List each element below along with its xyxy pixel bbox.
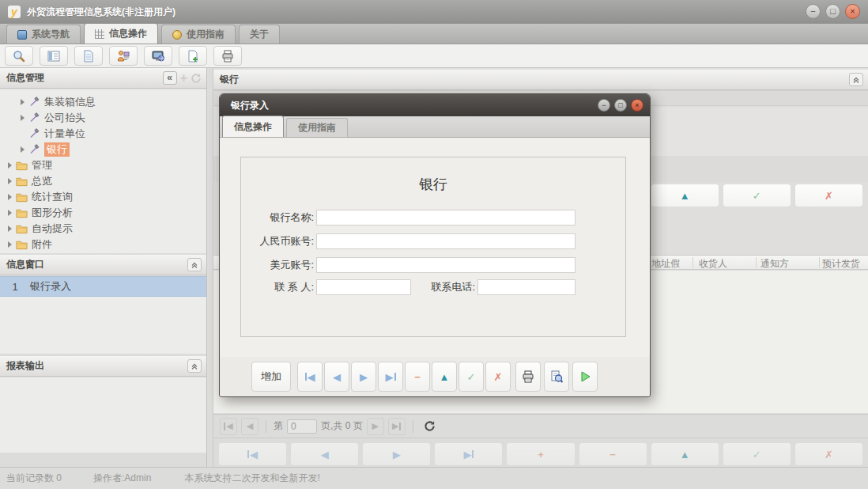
collapse-up-icon[interactable] [849, 73, 863, 86]
refresh-icon[interactable] [424, 420, 436, 432]
expand-arrow-icon[interactable] [21, 115, 25, 121]
tree-item-management[interactable]: 管理 [0, 157, 206, 173]
record-confirm-button[interactable]: ✓ [459, 362, 484, 392]
tree-item-measure-unit[interactable]: 计量单位 [0, 126, 206, 142]
tree-item-overview[interactable]: 总览 [0, 173, 206, 189]
collapse-left-icon[interactable]: « [163, 71, 177, 85]
rmb-account-field[interactable] [316, 233, 576, 249]
dialog-minimize-button[interactable]: − [598, 99, 610, 112]
tab-info-operation[interactable]: 信息操作 [84, 23, 158, 44]
contact-field[interactable] [316, 279, 411, 295]
dialog-tabstrip: 信息操作 使用指南 [220, 116, 650, 138]
coin-icon [172, 30, 182, 40]
maximize-button[interactable]: □ [825, 4, 840, 19]
column-header[interactable]: 地址假 [651, 257, 680, 271]
document-button[interactable] [74, 46, 103, 66]
page-input[interactable] [287, 419, 317, 434]
grid-moveup-button[interactable]: ▲ [651, 184, 719, 207]
folder-icon [16, 223, 28, 234]
tree-item-bank[interactable]: 银行 [0, 142, 206, 157]
rmb-account-label: 人民币账号: [241, 233, 314, 249]
outer-remove-button[interactable]: − [579, 442, 647, 466]
grid-confirm-button[interactable]: ✓ [723, 184, 791, 207]
usd-account-field[interactable] [316, 257, 576, 273]
tree-item-stat-query[interactable]: 统计查询 [0, 189, 206, 205]
form-view-button[interactable] [40, 46, 68, 66]
record-prev-button[interactable]: ◀ [324, 362, 349, 392]
tree-item-label-selected: 银行 [44, 142, 70, 157]
record-last-button[interactable]: ▶ [378, 362, 403, 392]
tab-about[interactable]: 关于 [239, 25, 280, 44]
status-message: 本系统支持二次开发和全新开发! [184, 472, 319, 485]
close-button[interactable]: × [845, 4, 860, 19]
printer-button[interactable] [213, 46, 242, 66]
page-next-button[interactable]: ▶ [367, 418, 384, 435]
dialog-footer-toolbar: 增加 ◀ ◀ ▶ ▶ − ▲ ✓ ✗ [220, 357, 650, 396]
collapse-up-icon[interactable] [187, 258, 202, 271]
expand-arrow-icon[interactable] [8, 194, 12, 200]
expand-arrow-icon[interactable] [21, 99, 25, 105]
info-window-row-bank-entry[interactable]: 1 银行录入 [0, 276, 206, 297]
user-report-button[interactable] [109, 46, 138, 66]
page-first-button[interactable]: ◀ [220, 418, 237, 435]
tree-item-graph-analysis[interactable]: 图形分析 [0, 205, 206, 221]
page-prev-button[interactable]: ◀ [241, 418, 259, 435]
bank-name-field[interactable] [316, 210, 576, 226]
add-record-button[interactable]: 增加 [251, 362, 291, 392]
dialog-tab-user-guide[interactable]: 使用指南 [286, 118, 348, 137]
tree-item-company-header[interactable]: 公司抬头 [0, 110, 206, 126]
column-header[interactable]: 通知方 [760, 257, 789, 271]
outer-action-toolbar: ◀ ◀ ▶ ▶ + − ▲ ✓ ✗ [218, 442, 863, 466]
outer-moveup-button[interactable]: ▲ [651, 442, 719, 466]
folder-icon [16, 176, 28, 187]
tree-item-auto-prompt[interactable]: 自动提示 [0, 221, 206, 237]
tree-item-label: 总览 [32, 174, 52, 188]
run-button[interactable] [572, 362, 598, 392]
preview-button[interactable] [544, 362, 569, 392]
dialog-close-button[interactable]: × [631, 99, 643, 112]
outer-add-button[interactable]: + [506, 442, 575, 466]
user-report-icon [116, 49, 130, 63]
refresh-icon[interactable] [191, 73, 202, 84]
sidebar-splitter[interactable] [207, 68, 213, 467]
expand-arrow-icon[interactable] [8, 162, 12, 169]
column-header[interactable]: 收货人 [699, 257, 727, 271]
minimize-button[interactable]: − [806, 4, 821, 19]
outer-prev-button[interactable]: ◀ [290, 442, 359, 466]
outer-first-button[interactable]: ◀ [218, 442, 287, 466]
collapse-up-icon[interactable] [187, 359, 202, 373]
remote-desktop-button[interactable] [144, 46, 172, 66]
search-button[interactable] [5, 46, 33, 66]
dialog-tab-info-operation[interactable]: 信息操作 [222, 116, 284, 137]
page-last-button[interactable]: ▶ [388, 418, 406, 435]
tab-system-nav[interactable]: 系统导航 [6, 25, 81, 44]
dialog-titlebar[interactable]: 银行录入 − □ × [220, 94, 650, 116]
main-toolbar [0, 44, 868, 68]
doc-add-button[interactable] [179, 46, 207, 66]
add-icon[interactable]: + [180, 72, 187, 85]
tree-item-attachment[interactable]: 附件 [0, 237, 206, 252]
tree-item-container-info[interactable]: 集装箱信息 [0, 94, 206, 110]
usd-account-label: 美元账号: [241, 257, 314, 273]
dialog-maximize-button[interactable]: □ [614, 99, 627, 112]
outer-last-button[interactable]: ▶ [434, 442, 503, 466]
tab-user-guide[interactable]: 使用指南 [161, 25, 236, 44]
grid-cancel-button[interactable]: ✗ [794, 184, 863, 207]
record-moveup-button[interactable]: ▲ [432, 362, 457, 392]
outer-next-button[interactable]: ▶ [362, 442, 431, 466]
record-next-button[interactable]: ▶ [351, 362, 376, 392]
print-button[interactable] [515, 362, 541, 392]
phone-field[interactable] [477, 279, 576, 295]
outer-cancel-button[interactable]: ✗ [794, 442, 863, 466]
expand-arrow-icon[interactable] [8, 210, 12, 216]
expand-arrow-icon[interactable] [8, 226, 12, 232]
expand-arrow-icon[interactable] [21, 146, 25, 153]
record-cancel-button[interactable]: ✗ [485, 362, 511, 392]
outer-confirm-button[interactable]: ✓ [723, 442, 791, 466]
expand-arrow-icon[interactable] [8, 241, 12, 248]
record-remove-button[interactable]: − [405, 362, 430, 392]
column-header[interactable]: 预计发货 [822, 257, 860, 271]
record-first-button[interactable]: ◀ [297, 362, 323, 392]
expand-arrow-icon[interactable] [8, 178, 12, 184]
dialog-controls: − □ × [598, 99, 643, 112]
